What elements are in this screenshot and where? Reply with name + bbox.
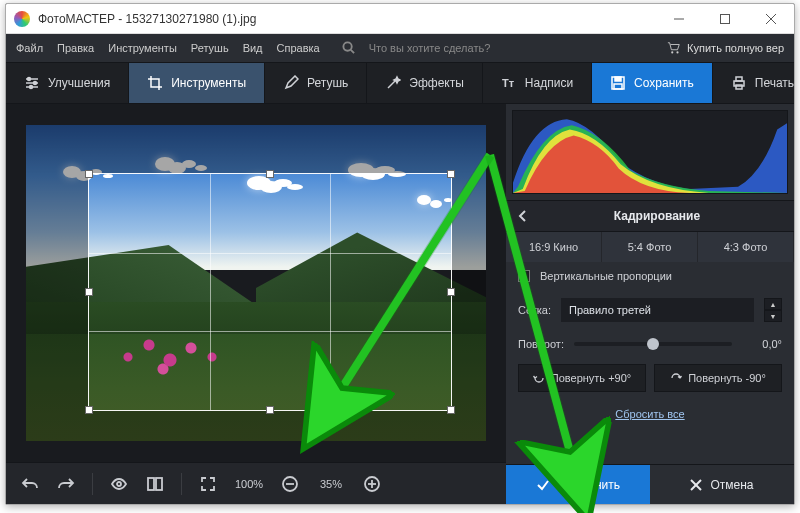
zoom-fit-label[interactable]: 100% <box>230 478 268 490</box>
apply-button[interactable]: Применить <box>506 465 650 504</box>
svg-line-5 <box>351 49 354 52</box>
save-button-label: Сохранить <box>634 76 694 90</box>
cancel-button[interactable]: Отмена <box>650 465 794 504</box>
search-input[interactable]: Что вы хотите сделать? <box>369 42 491 54</box>
crop-handle-bl[interactable] <box>85 406 93 414</box>
crop-handle-ml[interactable] <box>85 288 93 296</box>
zoom-out-button[interactable] <box>276 470 304 498</box>
crop-handle-tl[interactable] <box>85 170 93 178</box>
vertical-proportions-label: Вертикальные пропорции <box>540 270 672 282</box>
canvas-viewport[interactable] <box>6 104 506 462</box>
svg-point-6 <box>671 51 673 53</box>
zoom-current-label: 35% <box>312 478 350 490</box>
rotation-slider-thumb[interactable] <box>647 338 659 350</box>
print-button[interactable]: Печать <box>713 63 795 103</box>
vertical-proportions-checkbox[interactable] <box>518 270 530 282</box>
svg-rect-23 <box>148 478 154 490</box>
compare-icon <box>146 475 164 493</box>
undo-button[interactable] <box>16 470 44 498</box>
redo-button[interactable] <box>52 470 80 498</box>
rotation-label: Поворот: <box>518 338 564 350</box>
menu-bar: Файл Правка Инструменты Ретушь Вид Справ… <box>6 34 794 62</box>
compare-button[interactable] <box>141 470 169 498</box>
x-icon <box>690 479 702 491</box>
maximize-button[interactable] <box>702 4 748 34</box>
crop-handle-tr[interactable] <box>447 170 455 178</box>
print-icon <box>731 75 747 91</box>
reset-all-link[interactable]: Сбросить все <box>506 398 794 430</box>
close-button[interactable] <box>748 4 794 34</box>
rotation-slider[interactable] <box>574 342 732 346</box>
svg-rect-17 <box>615 77 621 81</box>
bottom-toolbar: 100% 35% <box>6 462 506 504</box>
panel-title: Кадрирование <box>530 209 784 223</box>
tab-tools-label: Инструменты <box>171 76 246 90</box>
svg-rect-24 <box>156 478 162 490</box>
action-row: Применить Отмена <box>506 464 794 504</box>
rotate-minus-90-button[interactable]: Повернуть -90° <box>654 364 782 392</box>
grid-select-value: Правило третей <box>569 304 651 316</box>
eye-icon <box>110 475 128 493</box>
minus-icon <box>281 475 299 493</box>
svg-rect-20 <box>736 77 742 81</box>
main-toolbar: Улучшения Инструменты Ретушь Эффекты Tт … <box>6 62 794 104</box>
zoom-in-button[interactable] <box>358 470 386 498</box>
menu-file[interactable]: Файл <box>16 42 43 54</box>
text-icon: Tт <box>501 75 517 91</box>
menu-help[interactable]: Справка <box>277 42 320 54</box>
rotation-value: 0,0° <box>742 338 782 350</box>
rotate-buttons-row: Повернуть +90° Повернуть -90° <box>506 358 794 398</box>
photo <box>26 125 486 441</box>
svg-text:Tт: Tт <box>502 77 515 89</box>
aspect-169[interactable]: 16:9 Кино <box>506 232 602 262</box>
tab-captions[interactable]: Tт Надписи <box>483 63 592 103</box>
crop-handle-tm[interactable] <box>266 170 274 178</box>
preview-toggle-button[interactable] <box>105 470 133 498</box>
wand-icon <box>385 75 401 91</box>
sliders-icon <box>24 75 40 91</box>
check-icon <box>536 478 550 492</box>
grid-label: Сетка: <box>518 304 551 316</box>
rotate-minus-90-label: Повернуть -90° <box>688 372 766 384</box>
menu-retouch[interactable]: Ретушь <box>191 42 229 54</box>
crop-handle-bm[interactable] <box>266 406 274 414</box>
menu-edit[interactable]: Правка <box>57 42 94 54</box>
grid-step-down[interactable]: ▼ <box>764 310 782 322</box>
aspect-43[interactable]: 4:3 Фото <box>698 232 794 262</box>
menu-view[interactable]: Вид <box>243 42 263 54</box>
app-icon <box>14 11 30 27</box>
back-icon[interactable] <box>516 209 530 223</box>
histogram <box>512 110 788 194</box>
fit-icon <box>199 475 217 493</box>
grid-step-up[interactable]: ▲ <box>764 298 782 310</box>
rotation-row: Поворот: 0,0° <box>506 330 794 358</box>
crop-handle-mr[interactable] <box>447 288 455 296</box>
tab-retouch-label: Ретушь <box>307 76 348 90</box>
right-panel: Кадрирование 16:9 Кино 5:4 Фото 4:3 Фото… <box>506 104 794 504</box>
window-controls <box>656 4 794 34</box>
grid-stepper: ▲ ▼ <box>764 298 782 322</box>
apply-button-label: Применить <box>558 478 620 492</box>
save-button[interactable]: Сохранить <box>592 63 713 103</box>
grid-select[interactable]: Правило третей <box>561 298 754 322</box>
title-bar: ФотоМАСТЕР - 15327130271980 (1).jpg <box>6 4 794 34</box>
crop-handle-br[interactable] <box>447 406 455 414</box>
aspect-54[interactable]: 5:4 Фото <box>602 232 698 262</box>
print-button-label: Печать <box>755 76 794 90</box>
menu-tools[interactable]: Инструменты <box>108 42 177 54</box>
app-window: ФотоМАСТЕР - 15327130271980 (1).jpg Файл… <box>5 3 795 505</box>
minimize-button[interactable] <box>656 4 702 34</box>
tab-retouch[interactable]: Ретушь <box>265 63 367 103</box>
tab-captions-label: Надписи <box>525 76 573 90</box>
tab-improvements[interactable]: Улучшения <box>6 63 129 103</box>
buy-full-version-button[interactable]: Купить полную вер <box>667 41 784 55</box>
aspect-tabs: 16:9 Кино 5:4 Фото 4:3 Фото <box>506 232 794 262</box>
tab-effects[interactable]: Эффекты <box>367 63 483 103</box>
fit-screen-button[interactable] <box>194 470 222 498</box>
tab-tools[interactable]: Инструменты <box>129 63 265 103</box>
grid-row: Сетка: Правило третей ▲ ▼ <box>506 290 794 330</box>
rotate-plus-90-button[interactable]: Повернуть +90° <box>518 364 646 392</box>
svg-rect-21 <box>736 85 742 89</box>
svg-point-11 <box>28 78 31 81</box>
crop-frame[interactable] <box>88 173 452 411</box>
